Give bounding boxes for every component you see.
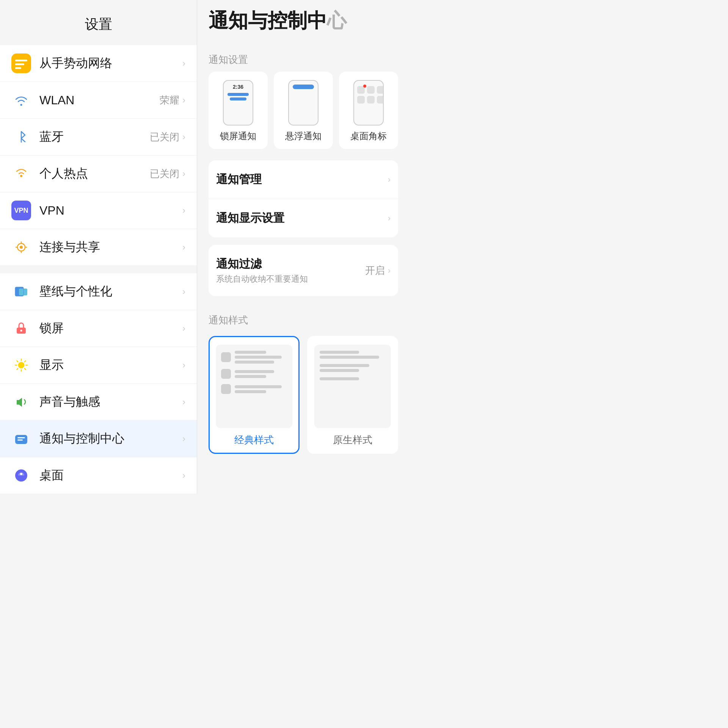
- sidebar-item-wallpaper[interactable]: 壁纸与个性化 ›: [0, 273, 197, 310]
- display-label: 显示: [39, 357, 182, 373]
- sidebar-item-bluetooth[interactable]: 蓝牙 已关闭 ›: [0, 119, 197, 155]
- bluetooth-icon: [11, 127, 31, 147]
- notif-card-lockscreen[interactable]: 2:36 锁屏通知: [209, 72, 268, 149]
- hotspot-value: 已关闭: [150, 167, 179, 180]
- notif-display-item[interactable]: 通知显示设置 ›: [209, 199, 398, 237]
- desktop-icon: [11, 466, 31, 485]
- wallpaper-label: 壁纸与个性化: [39, 283, 182, 300]
- svg-rect-0: [15, 60, 27, 61]
- svg-point-4: [21, 176, 22, 176]
- connect-chevron: ›: [182, 242, 185, 253]
- sidebar-item-display[interactable]: 显示 ›: [0, 347, 197, 384]
- svg-point-6: [20, 246, 23, 249]
- notif-display-label: 通知显示设置: [216, 210, 388, 226]
- vpn-chevron: ›: [182, 205, 185, 216]
- notif-filter-value: 开启: [365, 264, 385, 277]
- badge-phone-preview: [353, 80, 384, 126]
- lockscreen-phone-preview: 2:36: [223, 80, 253, 126]
- page-title: 设置: [0, 0, 197, 45]
- lockscreen-label: 锁屏: [39, 320, 182, 337]
- notif-list-group: 通知管理 › 通知显示设置 ›: [209, 160, 398, 237]
- vpn-icon: VPN: [11, 201, 31, 220]
- lockscreen-chevron: ›: [182, 323, 185, 334]
- connect-label: 连接与共享: [39, 239, 182, 256]
- network-chevron: ›: [182, 58, 185, 69]
- network-label: 从手势动网络: [39, 55, 182, 72]
- wifi-icon: [11, 90, 31, 110]
- classic-preview: [216, 345, 292, 428]
- notif-style-label: 通知样式: [209, 306, 398, 332]
- notif-filter-label: 通知过滤: [216, 256, 365, 272]
- svg-rect-2: [15, 67, 21, 69]
- lockscreen-icon: [11, 318, 31, 338]
- sidebar-item-hotspot[interactable]: 个人热点 已关闭 ›: [0, 155, 197, 192]
- notification-icon: [11, 429, 31, 449]
- sound-label: 声音与触感: [39, 394, 182, 410]
- hotspot-icon: [11, 164, 31, 184]
- lockscreen-card-label: 锁屏通知: [220, 130, 256, 142]
- notif-display-chevron: ›: [388, 213, 391, 223]
- svg-point-11: [20, 330, 22, 332]
- wlan-label: WLAN: [39, 93, 160, 107]
- native-preview: [314, 345, 391, 428]
- sound-chevron: ›: [182, 397, 185, 407]
- sidebar-item-notification[interactable]: 通知与控制中心 ›: [0, 420, 197, 457]
- float-phone-preview: [288, 80, 318, 126]
- notif-mgmt-label: 通知管理: [216, 172, 388, 187]
- sidebar-item-desktop[interactable]: 桌面 ›: [0, 457, 197, 494]
- svg-rect-1: [15, 63, 24, 65]
- sidebar-item-sound[interactable]: 声音与触感 ›: [0, 384, 197, 420]
- svg-rect-15: [17, 439, 23, 441]
- notif-type-cards: 2:36 锁屏通知 悬浮通知: [209, 72, 398, 149]
- style-section-gap: [209, 297, 398, 306]
- sidebar-item-wlan[interactable]: WLAN 荣耀 ›: [0, 82, 197, 119]
- notif-filter-item[interactable]: 通知过滤 系统自动收纳不重要通知 开启 ›: [209, 245, 398, 296]
- sidebar-item-connect[interactable]: 连接与共享 ›: [0, 229, 197, 266]
- notif-filter-chevron: ›: [388, 266, 391, 276]
- right-panel-title: 通知与控制中心: [209, 0, 398, 46]
- sound-icon: [11, 392, 31, 412]
- sidebar-item-lockscreen[interactable]: 锁屏 ›: [0, 310, 197, 347]
- desktop-chevron: ›: [182, 470, 185, 481]
- wlan-value: 荣耀: [160, 94, 179, 107]
- notification-label: 通知与控制中心: [39, 430, 182, 447]
- vpn-label: VPN: [39, 204, 182, 218]
- classic-style-label: 经典样式: [234, 433, 274, 447]
- sidebar-item-vpn[interactable]: VPN VPN ›: [0, 192, 197, 229]
- notif-mgmt-chevron: ›: [388, 175, 391, 185]
- svg-rect-8: [19, 289, 27, 295]
- svg-rect-14: [17, 437, 25, 438]
- notification-chevron: ›: [182, 433, 185, 444]
- wallpaper-icon: [11, 282, 31, 301]
- notif-card-float[interactable]: 悬浮通知: [274, 72, 333, 149]
- desktop-label: 桌面: [39, 467, 182, 484]
- notif-style-cards: 经典样式: [209, 336, 398, 454]
- sidebar-item-network[interactable]: 从手势动网络 ›: [0, 45, 197, 82]
- hotspot-label: 个人热点: [39, 165, 150, 182]
- svg-point-16: [20, 473, 22, 475]
- notif-settings-label: 通知设置: [209, 46, 398, 72]
- badge-card-label: 桌面角标: [350, 130, 387, 142]
- connect-icon: [11, 237, 31, 257]
- native-style-label: 原生样式: [333, 433, 372, 447]
- wlan-chevron: ›: [182, 95, 185, 105]
- bluetooth-chevron: ›: [182, 132, 185, 142]
- display-chevron: ›: [182, 360, 185, 370]
- notif-filter-sub: 系统自动收纳不重要通知: [216, 273, 365, 285]
- wallpaper-chevron: ›: [182, 286, 185, 297]
- bluetooth-value: 已关闭: [150, 130, 179, 144]
- display-icon: [11, 355, 31, 375]
- style-card-native[interactable]: 原生样式: [307, 336, 398, 454]
- hotspot-chevron: ›: [182, 168, 185, 179]
- style-card-classic[interactable]: 经典样式: [209, 336, 300, 454]
- svg-point-12: [18, 362, 24, 368]
- notif-card-badge[interactable]: 桌面角标: [339, 72, 398, 149]
- notif-mgmt-item[interactable]: 通知管理 ›: [209, 160, 398, 199]
- float-card-label: 悬浮通知: [285, 130, 322, 142]
- settings-right-panel: 通知与控制中心 通知设置 2:36 锁屏通知 悬浮通知: [197, 0, 410, 494]
- section-divider-1: [0, 266, 197, 273]
- settings-left-panel: 设置 从手势动网络 › WLAN 荣耀 ›: [0, 0, 197, 494]
- bluetooth-label: 蓝牙: [39, 129, 150, 145]
- network-icon: [11, 53, 31, 73]
